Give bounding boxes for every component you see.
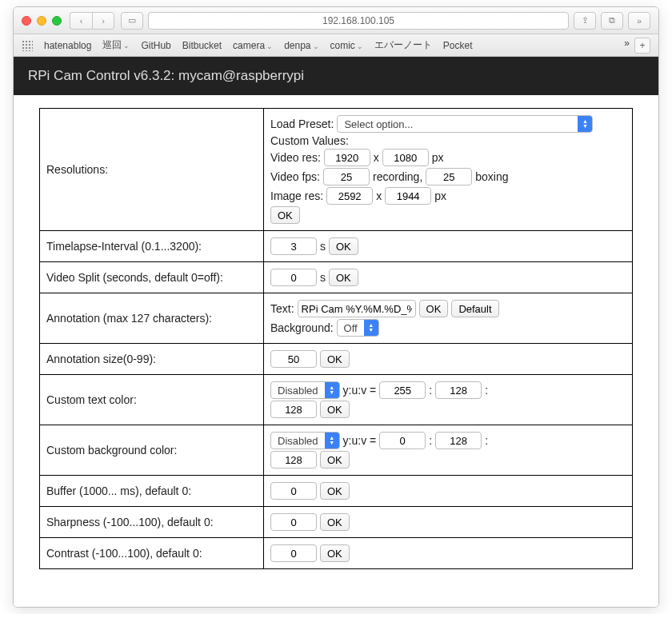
image-width-input[interactable] (326, 187, 373, 205)
text-color-label: Custom text color: (40, 375, 264, 425)
video-height-input[interactable] (382, 149, 429, 166)
fps-recording-input[interactable] (323, 168, 370, 185)
text-color-enable-select[interactable]: Disabled ▲▼ (270, 381, 340, 399)
settings-table: Resolutions: Load Preset: Select option.… (39, 108, 633, 569)
page-content: Resolutions: Load Preset: Select option.… (14, 95, 658, 607)
fps-boxing-input[interactable] (426, 168, 472, 185)
forward-button[interactable]: › (92, 12, 114, 30)
close-icon[interactable] (22, 16, 31, 26)
browser-window: ‹ › ▭ 192.168.100.105 ⇪ ⧉ » hatenablog 巡… (13, 6, 659, 608)
bookmark-item[interactable]: Pocket (443, 40, 473, 51)
chevron-updown-icon: ▲▼ (364, 320, 378, 336)
annotation-size-label: Annotation size(0-99): (40, 344, 264, 375)
video-split-ok-button[interactable]: OK (329, 269, 358, 286)
image-height-input[interactable] (385, 187, 431, 205)
window-controls (22, 16, 62, 26)
timelapse-input[interactable] (270, 237, 317, 255)
bookmark-item[interactable]: hatenablog (44, 40, 91, 51)
bookmark-item[interactable]: Bitbucket (182, 40, 222, 51)
maximize-icon[interactable] (52, 16, 62, 26)
contrast-ok-button[interactable]: OK (320, 544, 350, 562)
annotation-label: Annotation (max 127 characters): (40, 293, 264, 344)
resolutions-label: Resolutions: (40, 109, 264, 231)
custom-values-label: Custom Values: (270, 134, 349, 147)
video-split-input[interactable] (270, 269, 317, 286)
titlebar: ‹ › ▭ 192.168.100.105 ⇪ ⧉ » (14, 7, 658, 34)
annotation-ok-button[interactable]: OK (419, 300, 449, 317)
chevron-updown-icon: ▲▼ (325, 433, 339, 449)
bookmark-folder[interactable]: comic (330, 40, 363, 51)
bookmark-item[interactable]: エバーノート (374, 38, 432, 52)
page-title: RPi Cam Control v6.3.2: mycam@raspberryp… (14, 57, 658, 95)
text-u-input[interactable] (435, 381, 482, 399)
timelapse-ok-button[interactable]: OK (329, 237, 358, 255)
bookmark-folder[interactable]: denpa (284, 40, 318, 51)
buffer-input[interactable] (270, 482, 317, 500)
annotation-size-input[interactable] (270, 350, 317, 368)
bg-color-label: Custom background color: (40, 425, 264, 476)
chevron-updown-icon: ▲▼ (325, 382, 339, 398)
toolbar-overflow-button[interactable]: » (628, 12, 650, 30)
sharpness-input[interactable] (270, 513, 317, 531)
bg-u-input[interactable] (435, 432, 482, 449)
tabs-button[interactable]: ⧉ (601, 12, 623, 30)
chevron-updown-icon: ▲▼ (578, 116, 592, 132)
video-width-input[interactable] (324, 149, 370, 166)
minimize-icon[interactable] (37, 16, 46, 26)
annotation-text-input[interactable] (298, 300, 416, 317)
bookmark-item[interactable]: GitHub (141, 40, 170, 51)
bookmarks-bar: hatenablog 巡回 GitHub Bitbucket camera de… (14, 34, 658, 57)
contrast-input[interactable] (270, 544, 317, 562)
load-preset-select[interactable]: Select option... ▲▼ (337, 115, 593, 133)
resolutions-ok-button[interactable]: OK (270, 206, 300, 224)
load-preset-label: Load Preset: (270, 118, 334, 130)
bg-v-input[interactable] (270, 451, 317, 469)
sharpness-ok-button[interactable]: OK (320, 513, 350, 531)
bookmark-folder[interactable]: camera (233, 40, 273, 51)
address-bar[interactable]: 192.168.100.105 (148, 12, 569, 30)
bookmark-folder[interactable]: 巡回 (102, 38, 130, 52)
sidebar-toggle-button[interactable]: ▭ (121, 12, 143, 30)
text-color-ok-button[interactable]: OK (320, 401, 350, 418)
bg-color-ok-button[interactable]: OK (320, 451, 350, 469)
bg-y-input[interactable] (379, 432, 426, 449)
share-button[interactable]: ⇪ (574, 12, 596, 30)
buffer-label: Buffer (1000... ms), default 0: (40, 476, 264, 507)
bg-color-enable-select[interactable]: Disabled ▲▼ (270, 432, 340, 449)
text-y-input[interactable] (379, 381, 426, 399)
video-split-label: Video Split (seconds, default 0=off): (40, 262, 264, 293)
buffer-ok-button[interactable]: OK (320, 482, 350, 500)
text-v-input[interactable] (270, 401, 317, 418)
annotation-size-ok-button[interactable]: OK (320, 350, 350, 368)
apps-grid-icon[interactable] (22, 40, 33, 51)
back-button[interactable]: ‹ (70, 12, 92, 30)
new-tab-button[interactable]: + (634, 38, 650, 54)
annotation-bg-select[interactable]: Off ▲▼ (337, 319, 379, 337)
timelapse-label: Timelapse-Interval (0.1...3200): (40, 231, 264, 262)
sharpness-label: Sharpness (-100...100), default 0: (40, 507, 264, 538)
annotation-default-button[interactable]: Default (451, 300, 498, 317)
bookmarks-overflow-icon[interactable]: » (624, 38, 630, 54)
contrast-label: Contrast (-100...100), default 0: (40, 538, 264, 569)
